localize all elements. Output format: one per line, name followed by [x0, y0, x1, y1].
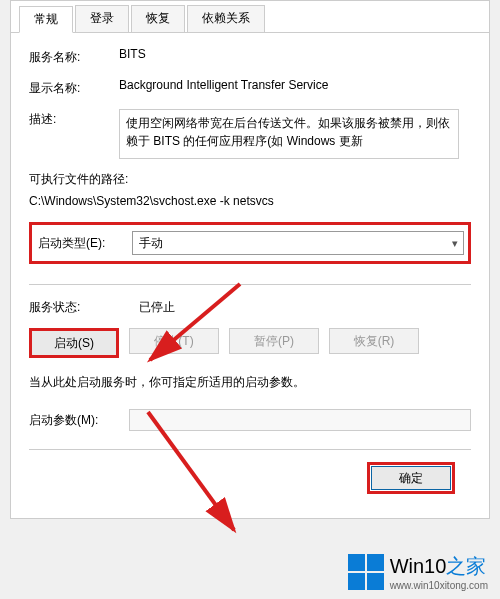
service-name-label: 服务名称:: [29, 47, 119, 66]
tab-bar: 常规 登录 恢复 依赖关系: [11, 1, 489, 33]
ok-button[interactable]: 确定: [371, 466, 451, 490]
startup-type-select[interactable]: 手动: [132, 231, 464, 255]
footer-separator: [29, 449, 471, 450]
dialog-footer-buttons: 确定: [29, 462, 471, 494]
display-name-value: Background Intelligent Transfer Service: [119, 78, 471, 92]
startup-hint-text: 当从此处启动服务时，你可指定所适用的启动参数。: [29, 374, 471, 391]
tab-dependencies[interactable]: 依赖关系: [187, 5, 265, 32]
exec-path-label: 可执行文件的路径:: [29, 171, 471, 188]
tab-content: 服务名称: BITS 显示名称: Background Intelligent …: [11, 33, 489, 508]
tab-logon[interactable]: 登录: [75, 5, 129, 32]
startup-type-highlight: 启动类型(E): 手动 ▾: [29, 222, 471, 264]
description-text[interactable]: 使用空闲网络带宽在后台传送文件。如果该服务被禁用，则依赖于 BITS 的任何应用…: [119, 109, 459, 159]
service-status-value: 已停止: [139, 299, 175, 316]
ok-button-highlight: 确定: [367, 462, 455, 494]
startup-params-input: [129, 409, 471, 431]
startup-params-label: 启动参数(M):: [29, 412, 129, 429]
display-name-label: 显示名称:: [29, 78, 119, 97]
tab-general[interactable]: 常规: [19, 6, 73, 33]
description-label: 描述:: [29, 109, 119, 128]
service-properties-dialog: 常规 登录 恢复 依赖关系 服务名称: BITS 显示名称: Backgroun…: [10, 0, 490, 519]
exec-path-value: C:\Windows\System32\svchost.exe -k netsv…: [29, 194, 471, 208]
service-status-label: 服务状态:: [29, 299, 139, 316]
logo-url: www.win10xitong.com: [390, 580, 488, 591]
logo-text-a: Win10: [390, 555, 447, 577]
pause-button: 暂停(P): [229, 328, 319, 354]
tab-recovery[interactable]: 恢复: [131, 5, 185, 32]
resume-button: 恢复(R): [329, 328, 419, 354]
start-button[interactable]: 启动(S): [29, 328, 119, 358]
service-name-value: BITS: [119, 47, 471, 61]
watermark-logo: Win10之家 www.win10xitong.com: [348, 553, 488, 591]
logo-text-b: 之家: [446, 555, 486, 577]
windows-icon: [348, 554, 384, 590]
startup-type-label: 启动类型(E):: [36, 235, 132, 252]
service-control-buttons: 启动(S) 停止(T) 暂停(P) 恢复(R): [29, 328, 471, 358]
stop-button: 停止(T): [129, 328, 219, 354]
divider: [29, 284, 471, 285]
